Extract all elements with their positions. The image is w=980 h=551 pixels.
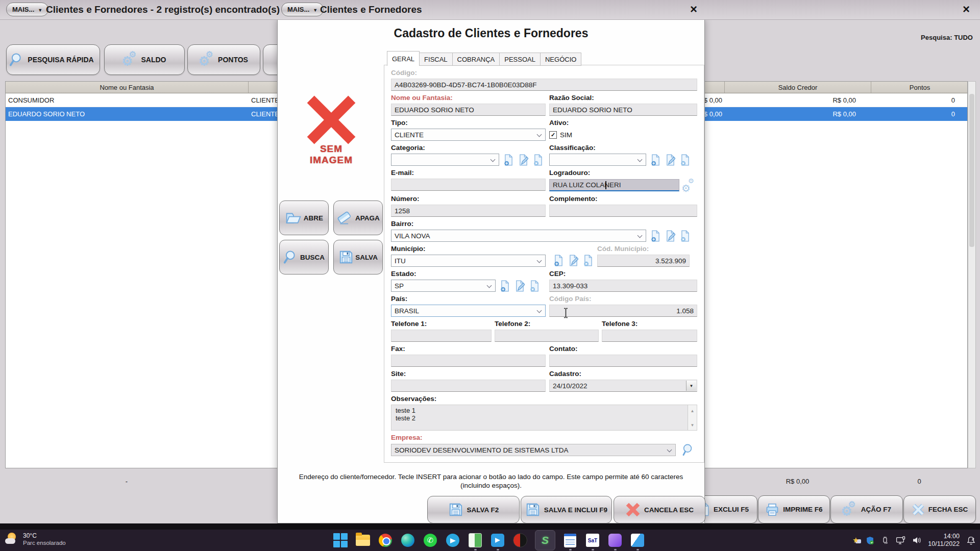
edit-page-icon[interactable] bbox=[569, 255, 578, 266]
contato-field[interactable] bbox=[549, 355, 697, 367]
share-app-icon[interactable] bbox=[490, 533, 505, 548]
salva-button[interactable]: SALVA bbox=[333, 240, 383, 274]
cancela-button[interactable]: CANCELA ESC bbox=[614, 496, 705, 523]
logradouro-field[interactable]: RUA LUIZ COLANERI bbox=[549, 179, 679, 191]
empresa-select[interactable]: SORIODEV DESENVOLVIMENTO DE SISTEMAS LTD… bbox=[391, 444, 676, 456]
tab-pessoal[interactable]: PESSOAL bbox=[500, 53, 541, 66]
classificacao-select[interactable] bbox=[549, 154, 646, 166]
fecha-button[interactable]: FECHA ESC bbox=[903, 495, 976, 523]
taskbar-weather-widget[interactable]: 30°C Parc ensolarado bbox=[4, 532, 66, 547]
usb-device-icon[interactable] bbox=[881, 536, 889, 545]
add-page-icon[interactable] bbox=[504, 154, 513, 166]
main-close-button[interactable]: × bbox=[963, 2, 970, 16]
mais-button-main[interactable]: MAIS... bbox=[6, 3, 48, 16]
hidden-icons-star-icon[interactable]: ★ bbox=[852, 536, 859, 545]
apaga-button[interactable]: APAGA bbox=[333, 201, 383, 235]
abre-button[interactable]: ABRE bbox=[279, 201, 329, 235]
whatsapp-icon[interactable]: ✆ bbox=[423, 533, 438, 548]
observacoes-textarea[interactable]: teste 1 teste 2 bbox=[391, 405, 697, 431]
delete-page-icon[interactable] bbox=[583, 255, 593, 266]
search-summary: Pesquisa: TUDO bbox=[921, 34, 973, 41]
tab-geral[interactable]: GERAL bbox=[387, 51, 420, 66]
file-explorer-icon[interactable] bbox=[355, 533, 371, 548]
security-shield-icon[interactable] bbox=[866, 536, 874, 545]
scroll-up-icon[interactable] bbox=[691, 406, 695, 415]
geral-tab-panel: Código: A4B03269-90BD-4D57-BC74-1B0B0E03… bbox=[384, 65, 704, 463]
col-pontos-header[interactable]: Pontos bbox=[871, 82, 968, 93]
col-saldo-credor-header[interactable]: Saldo Credor bbox=[725, 82, 871, 93]
add-page-icon[interactable] bbox=[500, 280, 510, 292]
pontos-button[interactable]: ⚙⚙ PONTOS bbox=[187, 44, 260, 75]
delete-page-icon[interactable] bbox=[533, 154, 543, 166]
bairro-select[interactable]: VILA NOVA bbox=[391, 230, 646, 242]
col-nome-header[interactable]: Nome ou Fantasia bbox=[6, 82, 249, 93]
textarea-scrollbar[interactable] bbox=[688, 405, 697, 430]
address-gears-icon[interactable]: ⚙⚙ bbox=[682, 179, 696, 192]
table-scrollbar[interactable] bbox=[968, 81, 976, 468]
add-page-icon[interactable] bbox=[651, 154, 660, 166]
fax-field[interactable] bbox=[391, 355, 546, 367]
edit-page-icon[interactable] bbox=[519, 154, 528, 166]
salva-f2-label: SALVA F2 bbox=[467, 506, 499, 514]
empresa-search-icon[interactable] bbox=[680, 443, 694, 457]
edit-page-icon[interactable] bbox=[666, 230, 675, 242]
active-app-icon[interactable]: S bbox=[535, 530, 555, 550]
telegram-icon[interactable] bbox=[445, 533, 460, 548]
edit-page-icon[interactable] bbox=[666, 154, 675, 166]
ativo-checkbox[interactable]: SIM bbox=[549, 129, 697, 141]
notepad-app-icon[interactable] bbox=[562, 533, 578, 548]
cadastro-date-field[interactable]: 24/10/2022 bbox=[549, 380, 697, 392]
razao-field[interactable]: EDUARDO SORIO NETO bbox=[549, 104, 697, 116]
network-monitor-icon[interactable] bbox=[896, 536, 905, 545]
notes-app-icon[interactable] bbox=[468, 533, 483, 548]
start-button[interactable] bbox=[333, 533, 348, 548]
scrollbar-thumb[interactable] bbox=[969, 94, 974, 247]
taskbar-clock[interactable]: 14:00 10/11/2022 bbox=[928, 533, 960, 548]
telefone3-label: Telefone 3: bbox=[602, 320, 697, 328]
telefone1-field[interactable] bbox=[391, 330, 492, 342]
media-app-icon[interactable] bbox=[607, 533, 623, 548]
scroll-down-icon[interactable] bbox=[691, 420, 695, 429]
imprime-button[interactable]: IMPRIME F6 bbox=[758, 495, 830, 523]
site-field[interactable] bbox=[391, 380, 546, 392]
focus-assist-bell-icon[interactable] bbox=[966, 536, 976, 545]
speaker-icon[interactable] bbox=[912, 536, 921, 544]
red-app-icon[interactable] bbox=[512, 533, 528, 548]
saldo-button[interactable]: ⚙⚙ SALDO bbox=[104, 44, 185, 75]
add-page-icon[interactable] bbox=[554, 255, 564, 266]
tab-cobranca[interactable]: COBRANÇA bbox=[453, 53, 500, 66]
telefone2-field[interactable] bbox=[495, 330, 599, 342]
numero-field[interactable]: 1258 bbox=[391, 205, 546, 217]
municipio-select[interactable]: ITU bbox=[391, 255, 546, 267]
complemento-field[interactable] bbox=[549, 205, 697, 217]
delete-page-icon[interactable] bbox=[530, 280, 540, 292]
pesquisa-rapida-button[interactable]: PESQUISA RÁPIDA bbox=[6, 44, 100, 75]
pais-select[interactable]: BRASIL bbox=[391, 305, 546, 317]
edit-page-icon[interactable] bbox=[515, 280, 525, 292]
estado-select[interactable]: SP bbox=[391, 280, 496, 292]
email-field[interactable] bbox=[391, 179, 546, 191]
tab-negocio[interactable]: NEGÓCIO bbox=[541, 53, 581, 66]
add-page-icon[interactable] bbox=[651, 230, 660, 242]
salva-f2-button[interactable]: SALVA F2 bbox=[427, 496, 520, 523]
sat-app-label: SaT bbox=[586, 534, 599, 547]
categoria-select[interactable] bbox=[391, 154, 499, 166]
delete-page-icon[interactable] bbox=[680, 154, 690, 166]
salva-e-inclui-button[interactable]: SALVA E INCLUI F9 bbox=[521, 496, 612, 523]
mail-app-icon[interactable] bbox=[630, 533, 645, 548]
acao-button[interactable]: ⚙⚙ AÇÃO F7 bbox=[830, 495, 903, 523]
dialog-close-button[interactable]: × bbox=[690, 2, 697, 16]
telefone3-field[interactable] bbox=[602, 330, 697, 342]
sat-app-icon[interactable]: SaT bbox=[585, 533, 600, 548]
date-dropdown-arrow-icon[interactable] bbox=[686, 381, 696, 391]
tipo-select[interactable]: CLIENTE bbox=[391, 129, 546, 141]
busca-button[interactable]: BUSCA bbox=[279, 240, 329, 274]
nome-field[interactable]: EDUARDO SORIO NETO bbox=[391, 104, 546, 116]
edge-icon[interactable] bbox=[400, 533, 415, 548]
mais-button-dialog[interactable]: MAIS... bbox=[281, 3, 324, 16]
tab-fiscal[interactable]: FISCAL bbox=[420, 53, 453, 66]
cep-field[interactable]: 13.309-033 bbox=[549, 280, 697, 292]
chrome-icon[interactable] bbox=[378, 533, 393, 548]
delete-page-icon[interactable] bbox=[680, 230, 690, 242]
apaga-label: APAGA bbox=[355, 214, 380, 222]
